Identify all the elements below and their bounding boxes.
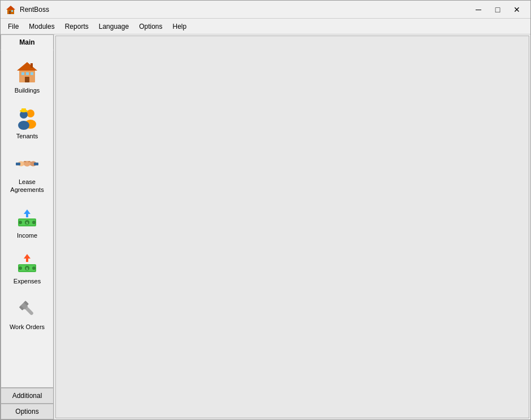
sidebar-item-workorders[interactable]: Work Orders <box>5 291 50 335</box>
income-icon: $ <box>14 204 41 231</box>
svg-rect-18 <box>16 163 20 165</box>
svg-point-25 <box>19 221 22 224</box>
svg-marker-1 <box>6 6 15 10</box>
title-bar: RentBoss ─ □ ✕ <box>1 1 530 19</box>
workorders-icon <box>14 295 41 322</box>
sidebar-main-tab[interactable]: Main <box>1 34 54 50</box>
svg-rect-10 <box>31 63 33 68</box>
sidebar-item-expenses[interactable]: $ Expenses <box>5 246 50 289</box>
svg-rect-3 <box>11 10 13 12</box>
svg-rect-8 <box>31 72 33 75</box>
svg-marker-20 <box>24 209 31 217</box>
window-title: RentBoss <box>20 6 469 14</box>
svg-rect-16 <box>21 108 26 111</box>
buildings-label: Buildings <box>15 87 40 94</box>
tenants-icon <box>14 104 41 132</box>
sidebar-options-tab[interactable]: Options <box>1 404 54 419</box>
svg-marker-5 <box>17 62 37 71</box>
lease-icon <box>14 150 41 177</box>
menu-help[interactable]: Help <box>167 20 191 33</box>
sidebar-bottom: Additional Options <box>1 388 54 419</box>
maximize-button[interactable]: □ <box>489 3 507 16</box>
close-button[interactable]: ✕ <box>508 3 526 16</box>
sidebar: Main <box>1 34 54 419</box>
tenants-label: Tenants <box>16 133 38 140</box>
menu-file[interactable]: File <box>3 20 24 33</box>
main-window: RentBoss ─ □ ✕ File Modules Reports Lang… <box>0 0 531 420</box>
svg-rect-2 <box>9 11 11 14</box>
svg-rect-19 <box>34 163 38 165</box>
svg-rect-9 <box>25 77 29 82</box>
sidebar-additional-tab[interactable]: Additional <box>1 388 54 404</box>
menu-bar: File Modules Reports Language Options He… <box>1 19 530 34</box>
svg-point-33 <box>32 266 36 270</box>
svg-point-32 <box>19 266 22 270</box>
minimize-button[interactable]: ─ <box>469 3 488 16</box>
lease-label: Lease Agreements <box>10 178 43 193</box>
sidebar-nav: Buildings <box>1 50 54 388</box>
svg-rect-6 <box>21 72 24 75</box>
sidebar-item-tenants[interactable]: Tenants <box>5 100 50 144</box>
sidebar-item-lease[interactable]: Lease Agreements <box>5 146 50 197</box>
content-area <box>55 36 529 418</box>
sidebar-item-income[interactable]: $ Income <box>5 200 50 243</box>
workorders-label: Work Orders <box>10 323 45 331</box>
menu-reports[interactable]: Reports <box>60 20 94 33</box>
buildings-icon <box>14 59 41 86</box>
sidebar-item-buildings[interactable]: Buildings <box>5 55 50 98</box>
expenses-label: Expenses <box>14 278 41 285</box>
svg-rect-7 <box>26 72 29 75</box>
income-label: Income <box>17 232 37 239</box>
expenses-icon: $ <box>14 250 41 277</box>
menu-language[interactable]: Language <box>94 20 134 33</box>
svg-point-14 <box>18 121 29 130</box>
main-content: Main <box>1 34 530 419</box>
window-controls: ─ □ ✕ <box>469 3 526 16</box>
svg-point-11 <box>27 110 34 117</box>
svg-marker-27 <box>24 254 31 262</box>
app-icon <box>5 4 16 15</box>
menu-options[interactable]: Options <box>134 20 167 33</box>
menu-modules[interactable]: Modules <box>24 20 59 33</box>
svg-point-26 <box>32 221 36 224</box>
